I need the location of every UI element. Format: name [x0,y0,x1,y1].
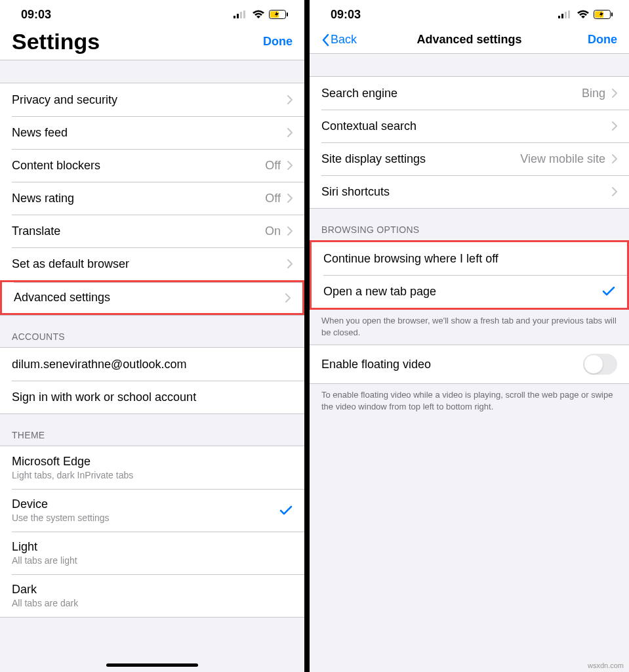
row-label: Enable floating video [321,358,583,371]
wifi-icon [252,10,265,19]
svg-rect-2 [240,12,242,18]
row-label: News feed [12,126,287,140]
theme-title: Microsoft Edge [12,455,91,468]
settings-group-accounts: dilum.senevirathne@outlook.com Sign in w… [0,347,304,414]
row-site-display[interactable]: Site display settings View mobile site [310,142,629,175]
checkmark-icon [279,505,293,516]
chevron-left-icon [321,33,329,47]
row-continue-browsing[interactable]: Continue browsing where I left off [312,242,627,275]
row-label: Light All tabs are light [12,540,293,566]
page-title: Advanced settings [361,33,578,47]
theme-title: Device [12,497,48,511]
settings-screen: 09:03 Settings Done Privacy and security… [0,0,310,672]
svg-rect-3 [243,10,245,18]
theme-subtitle: All tabs are dark [12,598,293,608]
chevron-right-icon [612,154,617,163]
status-bar: 09:03 [0,0,304,29]
row-search-engine[interactable]: Search engine Bing [310,77,629,110]
svg-rect-9 [565,12,567,18]
theme-subtitle: Use the system settings [12,513,279,523]
chevron-right-icon [287,128,293,137]
svg-rect-6 [287,12,288,16]
status-time: 09:03 [21,8,51,22]
row-label: Microsoft Edge Light tabs, dark InPrivat… [12,455,293,480]
row-news-rating[interactable]: News rating Off [0,182,304,215]
row-floating-video[interactable]: Enable floating video [310,345,629,383]
row-value: Bing [582,87,605,100]
row-new-tab-page[interactable]: Open a new tab page [312,275,627,308]
chevron-right-icon [287,161,293,170]
row-label: dilum.senevirathne@outlook.com [12,358,293,371]
row-contextual-search[interactable]: Contextual search [310,110,629,142]
row-theme-device[interactable]: Device Use the system settings [0,489,304,532]
chevron-right-icon [287,95,293,104]
row-label: Site display settings [321,152,520,166]
status-time: 09:03 [331,8,361,22]
svg-rect-0 [233,16,235,18]
row-label: News rating [12,192,265,205]
row-label: Device Use the system settings [12,497,279,523]
checkmark-icon [602,286,615,297]
row-theme-edge[interactable]: Microsoft Edge Light tabs, dark InPrivat… [0,446,304,489]
status-icons [233,10,289,19]
accounts-header: ACCOUNTS [0,316,304,347]
theme-header: THEME [0,414,304,446]
watermark: wsxdn.com [588,662,624,669]
row-label: Set as default browser [12,257,287,271]
advanced-group-floating: Enable floating video [310,345,629,384]
nav-bar: Back Advanced settings Done [310,29,629,54]
row-value: View mobile site [520,152,605,166]
svg-rect-10 [568,10,570,18]
back-button[interactable]: Back [321,33,357,47]
settings-group-theme: Microsoft Edge Light tabs, dark InPrivat… [0,446,304,618]
done-button[interactable]: Done [263,35,293,49]
floating-video-toggle[interactable] [583,354,617,375]
chevron-right-icon [612,89,617,98]
row-label: Contextual search [321,119,612,133]
status-bar: 09:03 [310,0,629,29]
browsing-footer: When you open the browser, we'll show a … [310,310,629,345]
chevron-right-icon [287,194,293,203]
chevron-right-icon [287,226,293,236]
row-label: Translate [12,224,265,238]
row-advanced-settings[interactable]: Advanced settings [0,280,304,315]
row-label: Search engine [321,87,582,100]
row-privacy-security[interactable]: Privacy and security [0,83,304,116]
row-label: Siri shortcuts [321,185,612,199]
nav-bar: Settings Done [0,29,304,60]
row-value: Off [265,159,281,173]
done-button[interactable]: Done [588,33,617,47]
row-theme-light[interactable]: Light All tabs are light [0,532,304,574]
row-label: Dark All tabs are dark [12,583,293,608]
row-translate[interactable]: Translate On [0,215,304,247]
svg-rect-7 [558,16,560,18]
row-label: Content blockers [12,159,265,173]
svg-rect-8 [561,14,563,18]
row-label: Continue browsing where I left off [323,252,615,266]
row-label: Open a new tab page [323,285,602,299]
row-account-email[interactable]: dilum.senevirathne@outlook.com [0,348,304,381]
cellular-signal-icon [233,10,248,18]
cellular-signal-icon [558,10,573,18]
advanced-group-main: Search engine Bing Contextual search Sit… [310,76,629,209]
svg-rect-13 [611,12,613,16]
browsing-options-header: BROWSING OPTIONS [310,209,629,240]
home-indicator[interactable] [106,663,198,667]
row-work-signin[interactable]: Sign in with work or school account [0,381,304,413]
status-icons [558,10,613,19]
row-value: On [265,224,281,238]
theme-subtitle: Light tabs, dark InPrivate tabs [12,470,293,480]
wifi-icon [577,10,590,19]
svg-rect-1 [237,14,239,18]
row-content-blockers[interactable]: Content blockers Off [0,149,304,182]
row-theme-dark[interactable]: Dark All tabs are dark [0,574,304,617]
row-label: Sign in with work or school account [12,390,293,404]
row-default-browser[interactable]: Set as default browser [0,247,304,280]
theme-title: Light [12,540,37,553]
theme-subtitle: All tabs are light [12,555,293,566]
advanced-group-browsing: Continue browsing where I left off Open … [310,240,629,310]
row-news-feed[interactable]: News feed [0,116,304,149]
row-siri-shortcuts[interactable]: Siri shortcuts [310,175,629,208]
row-value: Off [265,192,281,205]
settings-group-general: Privacy and security News feed Content b… [0,83,304,316]
